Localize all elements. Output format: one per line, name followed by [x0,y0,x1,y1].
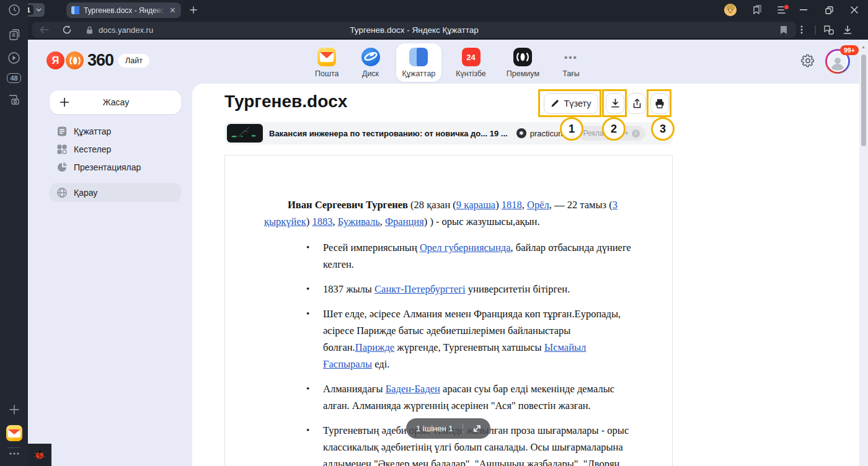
settings-gear-icon[interactable] [800,53,815,71]
360-logo-icon [66,51,84,69]
doc-link[interactable]: Орёл [527,199,549,211]
doc-bullet: Алманиядағы Баден-Баден арасан суы бар е… [306,380,631,414]
sidebar-item-documents[interactable]: Құжаттар [50,121,181,141]
nav-item-disk[interactable]: Диск [353,43,388,82]
ad-info-icon[interactable]: i [632,130,640,138]
browser-menu-icon[interactable] [772,0,793,20]
notifications-badge: 99+ [840,45,859,55]
doc-link[interactable]: Орел губерниясында [420,242,511,253]
video-play-icon[interactable] [0,51,28,64]
page-title: Тургенев.docx - Яндекс Құжаттар [32,25,796,35]
addressbar-divider: | [814,20,818,40]
bookmarks-panel-icon[interactable] [746,0,767,20]
sidebar-item-presentations[interactable]: Презентациялар [50,157,181,177]
nav-item-mail[interactable]: Пошта [309,43,345,82]
share-button[interactable] [627,93,646,114]
doc-link[interactable]: Франция [385,216,424,227]
strip-divider [7,447,20,448]
new-tab-button[interactable] [186,3,201,17]
bookmark-icon[interactable] [780,25,787,35]
docs-favicon [71,6,79,14]
close-button[interactable] [842,0,867,20]
nav-item-more[interactable]: ••• Тағы [554,43,588,82]
ad-thumbnail [227,124,263,143]
fullscreen-expand-icon[interactable] [463,424,490,433]
ad-headline: Вакансия инженера по тестированию: от но… [269,129,508,138]
doc-link[interactable]: 1883 [312,216,332,227]
services-nav: Пошта Диск Құжаттар 24 Күнтізбе Премиум … [309,43,588,82]
annotation-box-2 [602,89,627,117]
browser-profile-avatar[interactable] [724,4,737,16]
screenshot-icon[interactable] [0,94,28,106]
doc-link[interactable]: Баден-Баден [386,383,440,395]
history-icon[interactable] [0,4,28,16]
browser-tab[interactable]: Тургенев.docx - Яндекс ✕ [66,2,181,18]
browser-window: 1 Тургенев.docx - Яндекс ✕ docs.yandex.r… [0,0,868,466]
nav-item-documents[interactable]: Құжаттар [396,43,442,82]
url-box[interactable]: docs.yandex.ru Тургенев.docx - Яндекс Құ… [32,22,796,38]
tab-title: Тургенев.docx - Яндекс [84,6,165,15]
user-avatar[interactable]: 99+ [825,49,850,74]
annotation-box-1 [538,89,601,117]
page-indicator[interactable]: 1 ішінен 1 [406,418,490,439]
scrollbar-thumb[interactable] [861,55,866,146]
strip-add-icon[interactable] [0,405,28,415]
restore-button[interactable] [817,0,841,20]
yandex-360-logo[interactable]: Я 360 Лайт [46,51,149,70]
annotation-marker-3: 3 [651,117,675,141]
presentations-icon [56,162,68,173]
yandex-logo-icon: Я [46,51,64,69]
lite-badge: Лайт [118,54,149,68]
advertiser-logo-icon: ✱ [516,128,526,138]
annotation-marker-2: 2 [602,117,626,141]
nav-item-calendar[interactable]: 24 Күнтізбе [450,43,492,82]
doc-link[interactable]: 9 қараша [456,199,495,211]
downloads-icon[interactable] [843,20,859,40]
page-indicator-label: 1 ішінен 1 [406,424,463,433]
strip-more-icon[interactable] [0,452,28,455]
annotation-box-3 [647,89,671,117]
addressbar-menu-icon[interactable] [800,20,809,40]
sidebar-item-view[interactable]: Қарау [50,183,181,202]
share-icon [632,99,642,109]
yandex-mail-icon[interactable] [0,425,28,441]
doc-link[interactable]: Буживаль [338,216,380,227]
disk-icon [361,48,380,66]
tables-icon [56,144,68,155]
bug-report-icon[interactable] [28,444,51,466]
sidebar-item-tables[interactable]: Кестелер [50,139,181,159]
tab-close-icon[interactable]: ✕ [169,6,176,14]
brand-number: 360 [87,51,113,70]
page-scrollbar[interactable]: ▲ [859,40,868,466]
mail-icon [317,48,336,66]
doc-link[interactable]: Парижде [355,341,394,353]
document-icon [56,126,68,137]
globe-icon [56,187,68,198]
plus-icon [60,97,69,107]
tabs-stack-icon[interactable] [0,29,28,41]
minimize-button[interactable] [791,0,816,20]
doc-link[interactable]: 1818 [502,199,522,211]
chevron-down-icon [36,8,42,12]
document-title: Тургенев.docx [224,92,347,112]
documents-icon [409,48,428,66]
doc-bullet: 1837 жылы Санкт-Петербургтегі университе… [306,281,631,297]
nav-item-premium[interactable]: Премиум [500,43,546,82]
browser-side-strip: 48 [0,0,28,466]
annotation-marker-1: 1 [560,117,583,141]
menu-notification-dot [784,4,789,10]
premium-icon [513,48,532,66]
doc-link[interactable]: Санкт-Петербургтегі [374,283,466,295]
doc-intro-paragraph: Иван Сергеевич Тургенев (28 қазан (9 қар… [264,196,631,230]
doc-bullet: Шет елде, әсіресе Алмания менен Францияд… [306,306,631,372]
extensions-icon[interactable] [823,20,839,40]
tab-counter-badge[interactable]: 48 [0,73,28,83]
scrollbar-up-arrow[interactable]: ▲ [861,45,866,49]
calendar-icon: 24 [462,48,480,66]
more-icon: ••• [562,48,580,66]
doc-bullet: Ресей империясының Орел губерниясында, б… [306,239,631,273]
create-button[interactable]: Жасау [50,90,181,114]
